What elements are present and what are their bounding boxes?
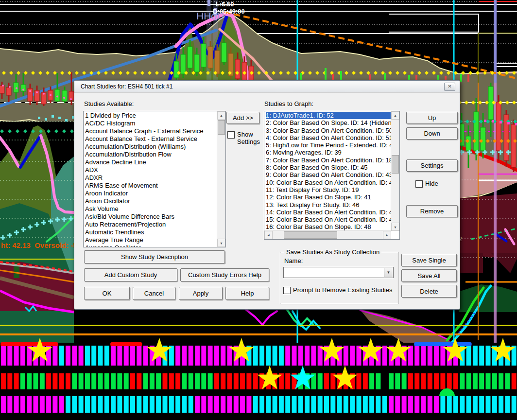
scroll-thumb[interactable] — [284, 231, 337, 239]
add-button[interactable]: Add >> — [226, 112, 259, 124]
graph-hscrollbar[interactable]: ◄ ► — [264, 230, 391, 239]
settings-button[interactable]: Settings — [406, 159, 458, 172]
save-studies-groupbox: Save Studies As Study Collection Name: ▼… — [280, 252, 399, 304]
list-item[interactable]: Average True Range — [85, 236, 217, 244]
hide-checkbox[interactable]: Hide — [415, 180, 438, 188]
list-item[interactable]: 11: Text Display For Study. ID: 19 — [266, 186, 391, 193]
prompt-remove-label: Prompt to Remove Existing Studies — [293, 286, 392, 294]
scroll-left-arrow-icon[interactable]: ◄ — [264, 231, 273, 239]
list-item[interactable]: Awesome Oscillator — [85, 244, 217, 247]
list-item[interactable]: 15: Color Bar Based On Alert Condition. … — [266, 216, 391, 223]
list-item[interactable]: Aroon Indicator — [85, 190, 217, 197]
delete-button[interactable]: Delete — [401, 285, 457, 298]
list-item[interactable]: Auto Retracement/Projection — [85, 221, 217, 228]
custom-study-errors-help-button[interactable]: Custom Study Errors Help — [180, 268, 269, 281]
save-group-title: Save Studies As Study Collection — [284, 248, 381, 256]
down-button[interactable]: Down — [406, 127, 458, 140]
list-item[interactable]: Aroon Oscillator — [85, 197, 217, 205]
cancel-button[interactable]: Cancel — [133, 287, 175, 300]
studies-available-list[interactable]: 1 Divided by PriceAC/DC HistogramAccount… — [83, 111, 226, 247]
list-item[interactable]: Ask/Bid Volume Difference Bars — [85, 213, 217, 221]
dialog-title: Chart Studies for: ESH4 501 tick #1 — [81, 83, 172, 90]
list-item[interactable]: ADX — [85, 166, 217, 174]
list-item[interactable]: 7: Color Bar Based On Alert Condition. I… — [266, 157, 391, 164]
add-custom-study-button[interactable]: Add Custom Study — [84, 268, 177, 281]
dialog-titlebar[interactable]: Chart Studies for: ESH4 501 tick #1 ✕ — [74, 81, 460, 93]
list-item[interactable]: 5: High/Low for Time Period - Extended. … — [266, 141, 391, 149]
collection-name-combobox[interactable]: ▼ — [283, 267, 394, 278]
show-settings-checkbox[interactable]: Show Settings — [227, 131, 261, 145]
hide-label: Hide — [425, 180, 438, 187]
list-item[interactable]: AC/DC Histogram — [85, 120, 217, 127]
list-item[interactable]: ADXR — [85, 174, 217, 182]
list-item[interactable]: Accumulation/Distribution Flow — [85, 151, 217, 158]
scroll-down-arrow-icon[interactable]: ▼ — [217, 239, 225, 247]
list-item[interactable]: ARMS Ease of Movement — [85, 182, 217, 190]
available-vscrollbar[interactable]: ▲ ▼ — [217, 111, 225, 247]
list-item[interactable]: Accumulation/Distribution (Williams) — [85, 143, 217, 151]
save-all-button[interactable]: Save All — [401, 269, 457, 282]
list-item[interactable]: Automatic Trendlines — [85, 228, 217, 236]
list-item[interactable]: 12: Color Bar Based On Slope. ID: 41 — [266, 193, 391, 201]
list-item[interactable]: 1: DJAutoTrade1. ID: 52 — [266, 112, 391, 119]
list-item[interactable]: 14: Color Bar Based On Alert Condition. … — [266, 209, 391, 216]
list-item[interactable]: 8: Color Bar Based On Slope. ID: 45 — [266, 164, 391, 171]
list-item[interactable]: 13: Text Display For Study. ID: 46 — [266, 201, 391, 209]
list-item[interactable]: 9: Color Bar Based On Alert Condition. I… — [266, 171, 391, 178]
scroll-up-arrow-icon[interactable]: ▲ — [391, 111, 399, 120]
studies-to-graph-list[interactable]: 1: DJAutoTrade1. ID: 522: Color Bar Base… — [264, 111, 400, 240]
apply-button[interactable]: Apply — [179, 287, 223, 300]
scroll-up-arrow-icon[interactable]: ▲ — [217, 111, 225, 120]
prompt-remove-checkbox[interactable]: Prompt to Remove Existing Studies — [283, 286, 392, 294]
list-item[interactable]: 10: Color Bar Based On Alert Condition. … — [266, 179, 391, 186]
bottom-color-bars — [0, 338, 517, 413]
studies-available-label: Studies Available: — [84, 100, 134, 107]
studies-to-graph-label: Studies to Graph: — [264, 100, 313, 107]
list-item[interactable]: Account Balance Text - External Service — [85, 135, 217, 143]
checkbox-box[interactable] — [227, 131, 235, 139]
list-item[interactable]: Advance Decline Line — [85, 158, 217, 166]
checkbox-box[interactable] — [415, 180, 423, 188]
scroll-thumb[interactable] — [218, 120, 225, 135]
show-study-description-button[interactable]: Show Study Description — [84, 250, 225, 263]
list-item[interactable]: 2: Color Bar Based On Slope. ID: 14 (Hid… — [266, 119, 391, 126]
save-single-button[interactable]: Save Single — [401, 254, 457, 266]
list-item[interactable]: Account Balance Graph - External Service — [85, 127, 217, 135]
chart-studies-dialog: Chart Studies for: ESH4 501 tick #1 ✕ St… — [74, 80, 460, 310]
up-button[interactable]: Up — [406, 112, 458, 124]
ok-button[interactable]: OK — [84, 287, 130, 300]
help-button[interactable]: Help — [225, 287, 269, 300]
show-settings-label: Show Settings — [237, 131, 261, 145]
name-label: Name: — [284, 257, 303, 264]
list-item[interactable]: 16: Color Bar Based On Slope. ID: 48 — [266, 223, 391, 230]
list-item[interactable]: 6: Moving Averages. ID: 39 — [266, 149, 391, 156]
chevron-down-icon[interactable]: ▼ — [384, 268, 393, 277]
list-item[interactable]: 4: Color Bar Based On Alert Condition. I… — [266, 134, 391, 141]
scroll-thumb[interactable] — [392, 155, 399, 174]
scroll-down-arrow-icon[interactable]: ▼ — [391, 223, 399, 231]
checkbox-box[interactable] — [283, 287, 291, 294]
list-item[interactable]: Ask Volume — [85, 205, 217, 213]
close-button[interactable]: ✕ — [444, 83, 455, 91]
remove-button[interactable]: Remove — [406, 205, 458, 217]
graph-vscrollbar[interactable]: ▲ ▼ — [391, 111, 399, 231]
scroll-right-arrow-icon[interactable]: ► — [383, 231, 391, 239]
list-item[interactable]: 3: Color Bar Based On Alert Condition. I… — [266, 127, 391, 134]
list-item[interactable]: 1 Divided by Price — [85, 112, 217, 120]
